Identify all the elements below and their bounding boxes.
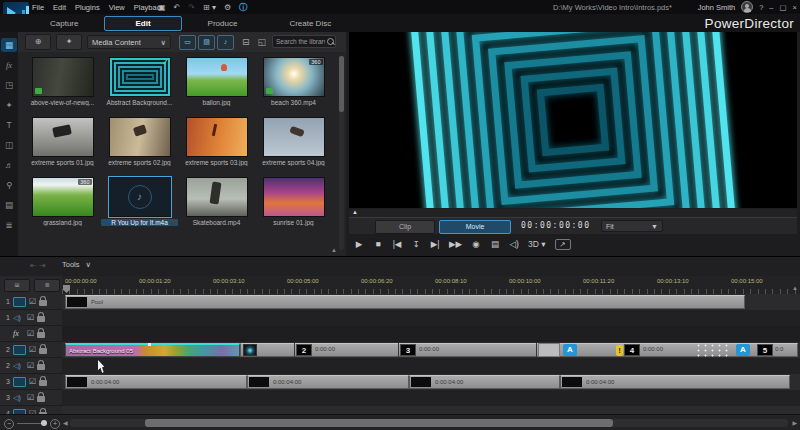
track-enable-checkbox[interactable]: ☑	[27, 361, 34, 370]
timeline-clip[interactable]: 0:00:04:00	[409, 375, 560, 389]
chapter-room-icon[interactable]: ▤	[1, 198, 17, 212]
undock-button[interactable]: ↗	[555, 239, 571, 250]
stop-button[interactable]: ■	[373, 239, 383, 249]
play-button[interactable]: ▶	[354, 239, 364, 249]
track-lane[interactable]	[62, 358, 800, 375]
library-item[interactable]: 360beach 360.mp4	[255, 54, 332, 114]
title-clip-badge[interactable]: A	[563, 344, 577, 356]
title-clip-badge[interactable]: A	[736, 344, 750, 356]
pip-objects-room-icon[interactable]: ◳	[1, 78, 17, 92]
zoom-fit-dropdown[interactable]: Fit ▼	[601, 220, 663, 232]
timeline-clip[interactable]: Pool	[65, 295, 745, 309]
library-item[interactable]: 360grassland.jpg	[24, 174, 101, 234]
zoom-slider-knob[interactable]	[41, 420, 47, 426]
track-lane[interactable]	[62, 310, 800, 327]
timeline-clip[interactable]: 0:00:04:00	[247, 375, 409, 389]
clip-segment[interactable]	[538, 343, 560, 357]
audio-filter-button[interactable]: ♪	[217, 35, 234, 50]
close-button[interactable]: ×	[793, 3, 797, 12]
help-button[interactable]: ?	[759, 3, 763, 12]
track-enable-checkbox[interactable]: ☑	[29, 377, 36, 386]
track-lane[interactable]	[62, 390, 800, 407]
numbered-clip-thumbnail[interactable]: 3	[400, 344, 416, 356]
workspace-layout-icon[interactable]: ⊞ ▾	[203, 3, 216, 12]
track-lock-icon[interactable]	[39, 300, 47, 306]
undo-icon[interactable]: ↶	[174, 3, 181, 12]
timeline-clip-abstract-background[interactable]: Abstract Background 05	[65, 343, 240, 357]
menu-plugins[interactable]: Plugins	[75, 3, 100, 12]
track-enable-checkbox[interactable]: ☑	[29, 345, 36, 354]
seek-button[interactable]: ↧	[411, 239, 421, 249]
info-icon[interactable]: ⓘ	[239, 2, 247, 13]
track-enable-checkbox[interactable]: ☑	[29, 297, 36, 306]
settings-icon[interactable]: ⚙	[224, 3, 231, 12]
photo-filter-button[interactable]: ▨	[198, 35, 215, 50]
library-item[interactable]: ✓Abstract Background...	[101, 54, 178, 114]
timeline-clip[interactable]: 0:00:04:00	[560, 375, 790, 389]
scrollbar-thumb[interactable]	[145, 419, 613, 427]
library-item[interactable]: ballon.jpg	[178, 54, 255, 114]
timeline-zoom-slider[interactable]	[17, 423, 47, 424]
user-name[interactable]: John Smith	[698, 3, 736, 12]
minimize-button[interactable]: –	[769, 3, 773, 12]
warning-marker[interactable]: !	[616, 345, 623, 356]
import-media-button[interactable]: ⊕	[25, 34, 51, 50]
scroll-right-icon[interactable]: ▶	[792, 419, 797, 426]
track-lock-icon[interactable]	[37, 316, 45, 322]
redo-icon[interactable]: ↷	[188, 3, 195, 12]
timecode-display[interactable]: 00:00:00:00	[521, 221, 590, 230]
menu-file[interactable]: File	[32, 3, 44, 12]
library-item[interactable]: extreme sports 01.jpg	[24, 114, 101, 174]
track-lane[interactable]	[62, 326, 800, 343]
audio-mixing-room-icon[interactable]: ♬	[1, 158, 17, 172]
particle-room-icon[interactable]: ✦	[1, 98, 17, 112]
effect-room-icon[interactable]: fx	[1, 58, 17, 72]
preview-seekbar[interactable]: ▲	[349, 209, 797, 218]
grid-view-button[interactable]: ⊟	[242, 37, 250, 47]
video-filter-button[interactable]: ▭	[179, 35, 196, 50]
transition-room-icon[interactable]: ◫	[1, 138, 17, 152]
menu-edit[interactable]: Edit	[53, 3, 66, 12]
zoom-out-button[interactable]: −	[4, 419, 14, 429]
seek-marker-icon[interactable]: ▲	[352, 209, 358, 215]
track-lock-icon[interactable]	[37, 332, 45, 338]
library-item[interactable]: Skateboard.mp4	[178, 174, 255, 234]
tools-dropdown[interactable]: Tools ∨	[62, 260, 91, 269]
restore-button[interactable]: ▢	[780, 3, 787, 12]
panel-resize-icon[interactable]: ▲	[331, 247, 337, 253]
particle-effect-clip[interactable]	[695, 343, 728, 357]
track-lane[interactable]	[62, 406, 800, 414]
library-item[interactable]: sunrise 01.jpg	[255, 174, 332, 234]
title-room-icon[interactable]: T	[1, 118, 17, 132]
tab-create-disc[interactable]: Create Disc	[263, 17, 357, 30]
preview-quality-button[interactable]: ▤	[490, 239, 500, 249]
track-lock-icon[interactable]	[37, 364, 45, 370]
numbered-clip-thumbnail[interactable]: 5	[757, 344, 773, 356]
library-scrollbar[interactable]	[339, 56, 344, 250]
timeline-clip[interactable]: 0:00:04:00	[65, 375, 247, 389]
detail-view-button[interactable]: ◱	[258, 37, 267, 47]
volume-button[interactable]: ◁)	[509, 239, 519, 249]
snapshot-button[interactable]: ◉	[471, 239, 481, 249]
track-view-button[interactable]: ≣	[34, 279, 60, 292]
previous-frame-button[interactable]: |◀	[392, 239, 402, 249]
menu-view[interactable]: View	[109, 3, 125, 12]
3d-mode-button[interactable]: 3D ▾	[528, 239, 546, 249]
voiceover-room-icon[interactable]: ⚲	[1, 178, 17, 192]
track-enable-checkbox[interactable]: ☑	[27, 313, 34, 322]
numbered-clip-thumbnail[interactable]: 2	[296, 344, 312, 356]
fast-forward-button[interactable]: ▶▶	[449, 239, 462, 249]
user-avatar-icon[interactable]	[741, 1, 753, 13]
subtitle-room-icon[interactable]: ≣	[1, 218, 17, 232]
next-frame-button[interactable]: ▶|	[430, 239, 440, 249]
tab-capture[interactable]: Capture	[24, 17, 104, 30]
track-lock-icon[interactable]	[39, 348, 47, 354]
horizontal-scrollbar[interactable]	[70, 419, 788, 427]
media-room-icon[interactable]: ▦	[1, 38, 17, 52]
library-item[interactable]: above-view-of-newg...	[24, 54, 101, 114]
save-icon[interactable]: ▣	[158, 3, 166, 12]
library-item[interactable]: extreme sports 03.jpg	[178, 114, 255, 174]
clip-mode-button[interactable]: Clip	[375, 220, 435, 234]
track-lock-icon[interactable]	[37, 396, 45, 402]
keyframe-marker[interactable]	[148, 343, 151, 346]
